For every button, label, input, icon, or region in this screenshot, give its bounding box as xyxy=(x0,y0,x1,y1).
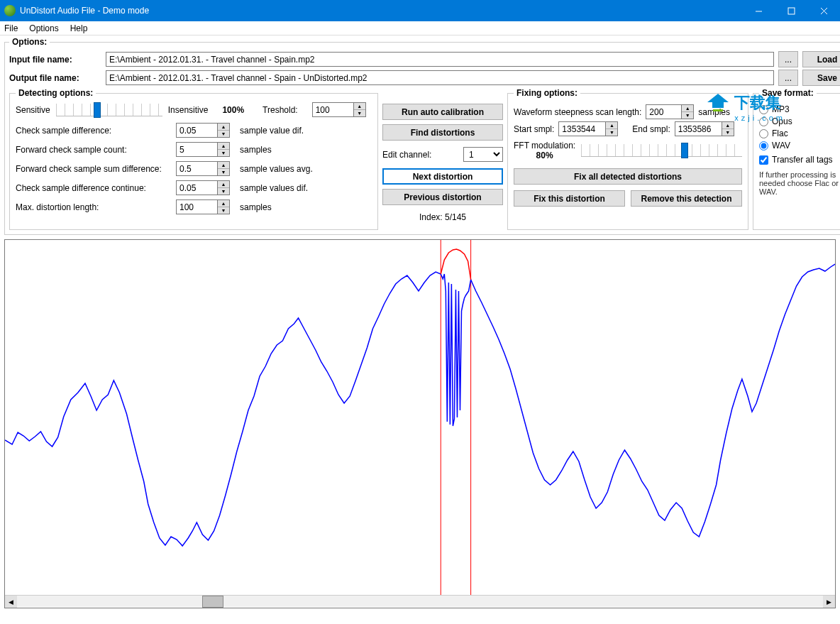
threshold-stepper[interactable]: ▲▼ xyxy=(312,102,366,117)
save-format-group: Save format: MP3 Opus Flac WAV Transfer … xyxy=(753,88,840,230)
close-button[interactable] xyxy=(807,0,840,21)
max-len-unit: samples xyxy=(240,202,372,212)
fft-percent: 80% xyxy=(514,150,575,160)
radio-wav[interactable]: WAV xyxy=(759,141,840,150)
save-button[interactable]: Save xyxy=(802,70,840,86)
menu-file[interactable]: File xyxy=(4,23,18,33)
scroll-thumb[interactable] xyxy=(202,596,223,608)
horizontal-scrollbar[interactable]: ◀ ▶ xyxy=(5,595,835,607)
end-sample-stepper[interactable]: ▲▼ xyxy=(675,121,734,136)
scroll-left-icon[interactable]: ◀ xyxy=(5,596,17,608)
sensitivity-percent: 100% xyxy=(222,105,244,115)
options-legend: Options: xyxy=(9,37,50,47)
max-len-label: Max. distortion length: xyxy=(16,202,170,212)
fwd-sum-stepper[interactable]: ▲▼ xyxy=(176,161,234,176)
find-distortions-button[interactable]: Find distortions xyxy=(382,124,503,141)
fixing-legend: Fixing options: xyxy=(514,88,580,98)
sensitive-label: Sensitive xyxy=(16,105,50,115)
edit-channel-select[interactable]: 1 xyxy=(463,147,503,162)
save-format-legend: Save format: xyxy=(759,88,817,98)
fwd-count-label: Forward check sample count: xyxy=(16,145,170,155)
sample-diff-stepper[interactable]: ▲▼ xyxy=(176,123,234,138)
end-sample-label: End smpl: xyxy=(632,124,670,134)
app-icon xyxy=(4,5,16,16)
detecting-legend: Detecting options: xyxy=(16,88,96,98)
threshold-label: Treshold: xyxy=(262,105,298,115)
run-calibration-button[interactable]: Run auto calibration xyxy=(382,104,503,120)
browse-input-button[interactable]: ... xyxy=(778,51,798,67)
edit-channel-label: Edit channel: xyxy=(382,150,431,160)
fwd-sum-unit: sample values avg. xyxy=(240,164,372,174)
radio-opus[interactable]: Opus xyxy=(759,116,840,126)
radio-mp3[interactable]: MP3 xyxy=(759,104,840,114)
fwd-count-stepper[interactable]: ▲▼ xyxy=(176,142,234,157)
output-file-label: Output file name: xyxy=(9,73,106,83)
fix-this-button[interactable]: Fix this distortion xyxy=(514,190,625,207)
steepness-unit: samples xyxy=(698,107,730,117)
save-note: If further processing is needed choose F… xyxy=(759,170,840,196)
steepness-stepper[interactable]: ▲▼ xyxy=(646,104,694,119)
maximize-button[interactable] xyxy=(775,0,807,21)
index-label: Index: 5/145 xyxy=(382,212,503,222)
titlebar: UnDistort Audio File - Demo mode xyxy=(0,0,840,21)
fwd-count-unit: samples xyxy=(240,145,372,155)
sample-diff-label: Check sample difference: xyxy=(16,126,170,136)
minimize-button[interactable] xyxy=(742,0,775,21)
browse-output-button[interactable]: ... xyxy=(778,70,798,86)
steepness-label: Waveform steepness scan length: xyxy=(514,107,641,117)
menu-options[interactable]: Options xyxy=(29,23,58,33)
check-transfer-tags[interactable]: Transfer all tags xyxy=(759,155,840,165)
scroll-right-icon[interactable]: ▶ xyxy=(823,596,835,608)
fixing-group: Fixing options: Waveform steepness scan … xyxy=(507,88,748,230)
load-button[interactable]: Load xyxy=(802,51,840,67)
sensitivity-slider[interactable] xyxy=(56,104,162,116)
diff-cont-stepper[interactable]: ▲▼ xyxy=(176,180,234,195)
input-file-field[interactable] xyxy=(106,52,774,67)
detecting-group: Detecting options: Sensitive Insensitive… xyxy=(9,88,378,230)
svg-rect-1 xyxy=(788,8,795,14)
insensitive-label: Insensitive xyxy=(168,105,209,115)
start-sample-stepper[interactable]: ▲▼ xyxy=(558,121,618,136)
previous-distortion-button[interactable]: Previous distortion xyxy=(382,189,503,205)
fwd-sum-label: Forward check sample sum difference: xyxy=(16,164,170,174)
next-distortion-button[interactable]: Next distortion xyxy=(382,168,503,185)
menu-help[interactable]: Help xyxy=(70,23,88,33)
remove-detection-button[interactable]: Remove this detection xyxy=(631,190,742,207)
fix-all-button[interactable]: Fix all detected distortions xyxy=(514,168,742,185)
output-file-field[interactable] xyxy=(106,70,774,85)
diff-cont-label: Check sample difference continue: xyxy=(16,183,170,193)
fft-slider[interactable] xyxy=(581,144,742,157)
diff-cont-unit: sample values dif. xyxy=(240,183,372,193)
menubar: File Options Help xyxy=(0,21,840,35)
waveform-viewer[interactable]: ◀ ▶ xyxy=(4,239,836,608)
radio-flac[interactable]: Flac xyxy=(759,128,840,138)
input-file-label: Input file name: xyxy=(9,55,106,65)
start-sample-label: Start smpl: xyxy=(514,124,554,134)
sample-diff-unit: sample value dif. xyxy=(240,126,372,136)
options-group: Options: 下载集 xzji.com Input file name: .… xyxy=(4,37,840,235)
actions-column: Run auto calibration Find distortions Ed… xyxy=(382,102,503,222)
max-len-stepper[interactable]: ▲▼ xyxy=(176,199,234,214)
fft-label: FFT modulation: xyxy=(514,141,575,150)
window-title: UnDistort Audio File - Demo mode xyxy=(20,6,149,16)
